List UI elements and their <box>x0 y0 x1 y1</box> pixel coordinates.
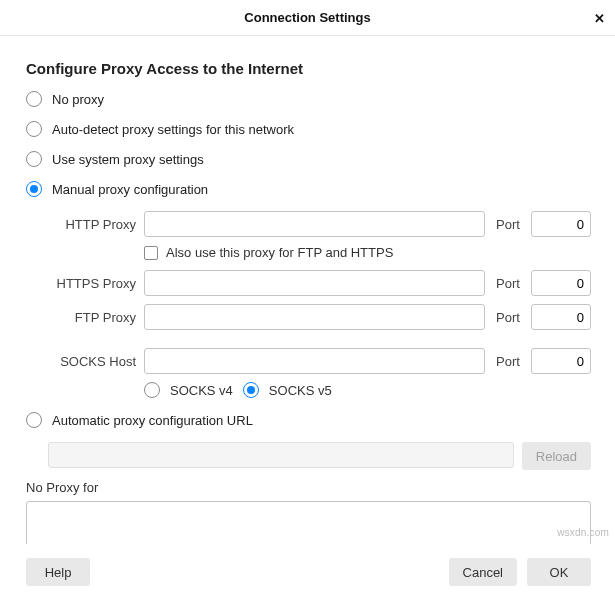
socks-host-label: SOCKS Host <box>52 354 136 369</box>
socks-v4-label[interactable]: SOCKS v4 <box>170 383 233 398</box>
https-proxy-label: HTTPS Proxy <box>52 276 136 291</box>
http-port-input[interactable] <box>531 211 591 237</box>
option-label: Manual proxy configuration <box>52 182 208 197</box>
title-bar: Connection Settings ✕ <box>0 0 615 36</box>
http-proxy-label: HTTP Proxy <box>52 217 136 232</box>
ftp-proxy-row: FTP Proxy Port <box>52 304 591 330</box>
option-label: Use system proxy settings <box>52 152 204 167</box>
option-system-proxy[interactable]: Use system proxy settings <box>26 151 591 167</box>
no-proxy-for-input[interactable] <box>26 501 591 544</box>
radio-icon[interactable] <box>26 181 42 197</box>
port-label: Port <box>493 217 523 232</box>
option-manual-proxy[interactable]: Manual proxy configuration <box>26 181 591 197</box>
socks-v5-label[interactable]: SOCKS v5 <box>269 383 332 398</box>
radio-icon[interactable] <box>243 382 259 398</box>
https-proxy-row: HTTPS Proxy Port <box>52 270 591 296</box>
socks-host-row: SOCKS Host Port <box>52 348 591 374</box>
radio-icon[interactable] <box>144 382 160 398</box>
http-proxy-input[interactable] <box>144 211 485 237</box>
auto-config-url-input <box>48 442 514 468</box>
section-heading: Configure Proxy Access to the Internet <box>26 60 591 77</box>
manual-config-block: HTTP Proxy Port Also use this proxy for … <box>52 211 591 398</box>
radio-icon[interactable] <box>26 91 42 107</box>
socks-port-input[interactable] <box>531 348 591 374</box>
https-proxy-input[interactable] <box>144 270 485 296</box>
option-label: No proxy <box>52 92 104 107</box>
port-label: Port <box>493 276 523 291</box>
radio-icon[interactable] <box>26 412 42 428</box>
dialog-footer: Help Cancel OK <box>0 544 615 600</box>
radio-icon[interactable] <box>26 151 42 167</box>
option-auto-config-url[interactable]: Automatic proxy configuration URL <box>26 412 591 428</box>
also-use-proxy-row[interactable]: Also use this proxy for FTP and HTTPS <box>144 245 591 260</box>
also-use-label: Also use this proxy for FTP and HTTPS <box>166 245 393 260</box>
cancel-button[interactable]: Cancel <box>449 558 517 586</box>
option-auto-detect[interactable]: Auto-detect proxy settings for this netw… <box>26 121 591 137</box>
checkbox-icon[interactable] <box>144 246 158 260</box>
socks-version-row: SOCKS v4 SOCKS v5 <box>144 382 591 398</box>
option-no-proxy[interactable]: No proxy <box>26 91 591 107</box>
ftp-port-input[interactable] <box>531 304 591 330</box>
option-label: Automatic proxy configuration URL <box>52 413 253 428</box>
port-label: Port <box>493 354 523 369</box>
http-proxy-row: HTTP Proxy Port <box>52 211 591 237</box>
dialog-title: Connection Settings <box>244 10 370 25</box>
socks-host-input[interactable] <box>144 348 485 374</box>
radio-icon[interactable] <box>26 121 42 137</box>
auto-config-url-row: Reload <box>48 442 591 470</box>
option-label: Auto-detect proxy settings for this netw… <box>52 122 294 137</box>
reload-button: Reload <box>522 442 591 470</box>
no-proxy-for-label: No Proxy for <box>26 480 591 495</box>
ftp-proxy-label: FTP Proxy <box>52 310 136 325</box>
close-icon[interactable]: ✕ <box>594 0 605 36</box>
ok-button[interactable]: OK <box>527 558 591 586</box>
dialog-body: Configure Proxy Access to the Internet N… <box>0 36 615 544</box>
ftp-proxy-input[interactable] <box>144 304 485 330</box>
help-button[interactable]: Help <box>26 558 90 586</box>
port-label: Port <box>493 310 523 325</box>
https-port-input[interactable] <box>531 270 591 296</box>
